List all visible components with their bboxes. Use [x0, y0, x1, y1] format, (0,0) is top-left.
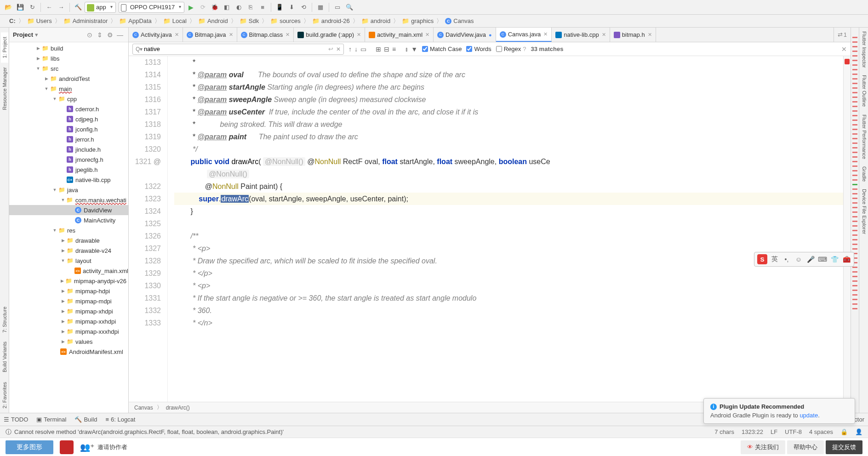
avd-icon[interactable]: 📱: [274, 2, 285, 13]
update-link[interactable]: update: [799, 412, 818, 419]
close-icon[interactable]: ✕: [357, 32, 361, 38]
tree-item[interactable]: C+native-lib.cpp: [9, 175, 128, 185]
tree-item[interactable]: hcdjpeg.h: [9, 114, 128, 124]
tree-item[interactable]: hjmorecfg.h: [9, 154, 128, 165]
close-icon[interactable]: ✕: [543, 31, 548, 37]
match-case-check[interactable]: Match Case: [422, 46, 462, 52]
search-icon[interactable]: 🔍: [344, 2, 355, 13]
invite-button[interactable]: 👥⁺邀请协作者: [80, 442, 127, 452]
status-encoding[interactable]: UTF-8: [785, 428, 802, 435]
code-editor[interactable]: 131313141315131613171318131913201321 @13…: [129, 56, 851, 402]
editor-tab[interactable]: CActivity.java✕: [129, 28, 183, 42]
bc-item[interactable]: 📁AppData: [119, 17, 152, 24]
bc-item[interactable]: 📁Administrator: [63, 17, 108, 24]
ime-skin-icon[interactable]: 👕: [830, 255, 839, 264]
ime-lang[interactable]: 英: [770, 255, 779, 264]
close-icon[interactable]: ✕: [425, 32, 429, 38]
close-icon[interactable]: ✕: [229, 32, 233, 38]
feedback-button[interactable]: 提交反馈: [826, 440, 862, 454]
sync-icon[interactable]: ↻: [27, 2, 38, 13]
tree-item[interactable]: ▼📁src: [9, 63, 128, 74]
words-check[interactable]: Words: [466, 46, 491, 52]
close-icon[interactable]: ✕: [602, 32, 606, 38]
tree-item[interactable]: ▼📁main: [9, 84, 128, 94]
right-tab[interactable]: Flutter Inspector: [859, 28, 868, 71]
stop-icon[interactable]: ■: [257, 2, 268, 13]
tree-item[interactable]: hjinclude.h: [9, 144, 128, 154]
more-shapes-button[interactable]: 更多图形: [6, 440, 53, 454]
btab-terminal[interactable]: ▣ Terminal: [36, 416, 66, 423]
lock-icon[interactable]: 🔒: [840, 428, 848, 435]
regex-check[interactable]: Regex ?: [496, 46, 526, 52]
module-selector[interactable]: app: [85, 2, 116, 13]
ime-toolbar[interactable]: S 英 •, ☺ 🎤 ⌨ 👕 🧰: [754, 252, 854, 267]
save-icon[interactable]: 💾: [15, 2, 26, 13]
debug-icon[interactable]: 🐞: [209, 2, 220, 13]
editor-tab[interactable]: CBitmap.java✕: [183, 28, 237, 42]
tree-item[interactable]: CMainActivity: [9, 215, 128, 225]
ime-emoji-icon[interactable]: ☺: [794, 255, 803, 264]
tree-item[interactable]: ▼📁com.maniu.wechati: [9, 195, 128, 205]
btab-todo[interactable]: ☰ TODO: [4, 416, 28, 423]
tree-item[interactable]: ▶📁drawable-v24: [9, 245, 128, 256]
ime-toolbox-icon[interactable]: 🧰: [842, 255, 851, 264]
run-icon[interactable]: ▶: [185, 2, 196, 13]
bc-item[interactable]: 📁Local: [163, 17, 187, 24]
right-tab[interactable]: Device File Explorer: [859, 185, 868, 238]
bc-item[interactable]: 📁graphics: [402, 17, 434, 24]
close-icon[interactable]: ●: [489, 32, 492, 38]
ime-voice-icon[interactable]: 🎤: [806, 255, 815, 264]
tree-item[interactable]: ▶📁mipmap-xhdpi: [9, 306, 128, 316]
window-icon[interactable]: ▭: [332, 2, 343, 13]
side-tab-buildvar[interactable]: Build Variants: [1, 337, 8, 377]
sdk-icon[interactable]: ⬇: [286, 2, 297, 13]
tree-item[interactable]: ▶📁values: [9, 336, 128, 347]
tree-item[interactable]: ▶📁libs: [9, 53, 128, 63]
tree-item[interactable]: ▼📁layout: [9, 256, 128, 266]
next-match-icon[interactable]: ↓: [354, 46, 358, 53]
tree-item[interactable]: hjerror.h: [9, 134, 128, 144]
filter-icon[interactable]: ▼: [411, 46, 417, 53]
tree-item[interactable]: ▶📁mipmap-xxhdpi: [9, 316, 128, 326]
tree-item[interactable]: ▶📁build: [9, 43, 128, 53]
ime-punct-icon[interactable]: •,: [782, 255, 791, 264]
btab-logcat[interactable]: ≡ 6: Logcat: [105, 416, 135, 423]
tree-item[interactable]: ▶📁mipmap-hdpi: [9, 286, 128, 296]
tree-item[interactable]: <>AndroidManifest.xml: [9, 347, 128, 357]
coverage-icon[interactable]: ◐: [233, 2, 244, 13]
tree-item[interactable]: hjconfig.h: [9, 124, 128, 134]
tree-item[interactable]: hjpeglib.h: [9, 165, 128, 175]
tree-item-davidview[interactable]: CDavidView: [9, 205, 128, 215]
collapse-icon[interactable]: ⇕: [95, 30, 104, 40]
right-tab[interactable]: Flutter Outline: [859, 71, 868, 110]
bc-class[interactable]: Canvas: [134, 405, 153, 411]
select-all-icon[interactable]: ▭: [360, 46, 366, 53]
select-occurrences-icon[interactable]: ≡: [392, 46, 396, 53]
tree-item[interactable]: ▼📁cpp: [9, 94, 128, 104]
remove-selection-icon[interactable]: ⊟: [384, 46, 389, 53]
ime-keyboard-icon[interactable]: ⌨: [818, 255, 827, 264]
open-icon[interactable]: 📂: [3, 2, 14, 13]
profile-icon[interactable]: ◧: [221, 2, 232, 13]
bc-drive[interactable]: C:: [9, 17, 16, 24]
follow-button[interactable]: 👁 关注我们: [741, 440, 785, 454]
structure2-icon[interactable]: ▦: [315, 2, 326, 13]
editor-tab[interactable]: CCanvas.java✕: [496, 28, 552, 42]
add-selection-icon[interactable]: ⊞: [376, 46, 381, 53]
right-tab[interactable]: Gradle: [859, 163, 868, 185]
status-line-ending[interactable]: LF: [771, 428, 777, 435]
side-tab-fav[interactable]: 2: Favorites: [1, 377, 8, 413]
clear-icon[interactable]: ✕: [336, 46, 341, 52]
inspector-icon[interactable]: 👤: [855, 428, 862, 435]
close-icon[interactable]: ✕: [175, 32, 179, 38]
device-selector[interactable]: OPPO CPH1917: [119, 2, 185, 13]
side-tab-structure[interactable]: 7: Structure: [1, 302, 8, 337]
tab-counter[interactable]: ⇄ 1: [834, 28, 851, 42]
bc-item[interactable]: 📁android-26: [312, 17, 350, 24]
tree-item[interactable]: ▶📁mipmap-xxxhdpi: [9, 326, 128, 336]
error-stripe[interactable]: [843, 56, 851, 402]
editor-tab[interactable]: native-lib.cpp✕: [552, 28, 610, 42]
forward-icon[interactable]: →: [56, 2, 67, 13]
tree-item[interactable]: ▶📁mipmap-anydpi-v26: [9, 276, 128, 286]
side-tab-project[interactable]: 1: Project: [1, 32, 8, 63]
